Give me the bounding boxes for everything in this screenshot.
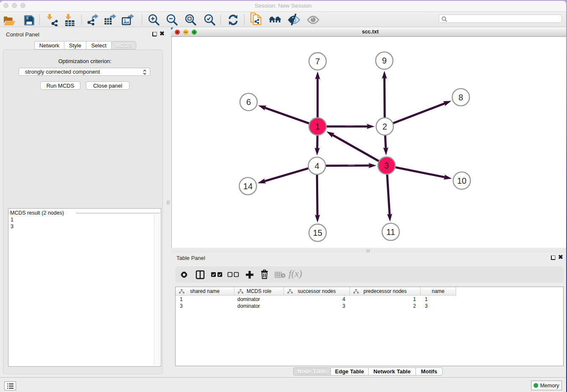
svg-text:2: 2 — [383, 122, 387, 131]
svg-text:8: 8 — [459, 93, 463, 102]
svg-text:15: 15 — [313, 228, 322, 237]
svg-text:4: 4 — [314, 161, 319, 171]
svg-text:7: 7 — [315, 57, 320, 66]
svg-text:1: 1 — [315, 122, 320, 131]
svg-text:11: 11 — [386, 227, 395, 237]
svg-text:14: 14 — [243, 182, 253, 191]
svg-text:10: 10 — [457, 176, 466, 185]
svg-text:6: 6 — [246, 97, 251, 107]
svg-text:3: 3 — [384, 161, 389, 170]
svg-text:9: 9 — [382, 56, 387, 65]
